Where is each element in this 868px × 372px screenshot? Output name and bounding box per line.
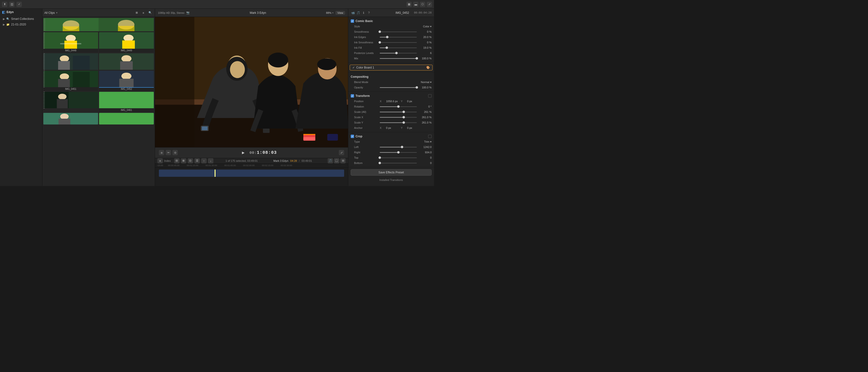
audio-btn-2[interactable]: 🎧: [334, 158, 339, 163]
scale-y-slider[interactable]: [380, 122, 417, 123]
viewer-bottom-bar: ≡ Index ⊟ ⊞ ⊡ ☰ ↑ ↓ 1 of 175 selected, 0…: [155, 158, 348, 163]
clip-nav-1[interactable]: ⊟: [174, 158, 180, 163]
clip-mode-btn[interactable]: ⧈: [159, 150, 164, 155]
comic-basic-section: ✓ Comic Basic Style Color ▾ Smoothness 0…: [348, 17, 434, 63]
timeline-track-main[interactable]: [159, 169, 344, 177]
clip-item-0448[interactable]: IMG_0448: [43, 32, 98, 52]
scale-x-thumb[interactable]: [403, 116, 405, 118]
clip-item-0451[interactable]: IMG_0451: [43, 71, 98, 91]
trim-btn[interactable]: ✂: [166, 150, 171, 155]
video-inspector-tab[interactable]: 📹: [351, 11, 355, 15]
smoothness-thumb[interactable]: [378, 31, 381, 33]
audio-btn-1[interactable]: 🎵: [328, 158, 333, 163]
crop-bottom-slider[interactable]: [380, 163, 417, 163]
clip-item-mid2[interactable]: [99, 53, 154, 70]
blend-mode-value[interactable]: Normal ▾: [421, 81, 432, 84]
scale-y-thumb[interactable]: [403, 121, 405, 124]
posterize-slider[interactable]: [380, 53, 417, 54]
rotation-slider[interactable]: [380, 106, 417, 107]
fullscreen-viewer-btn[interactable]: ⤢: [339, 150, 344, 155]
clip-item-0461-left[interactable]: [43, 92, 98, 112]
key-icon[interactable]: ⚿: [9, 2, 14, 7]
crop-left-slider[interactable]: [380, 147, 417, 148]
opacity-slider[interactable]: [380, 87, 417, 88]
crop-bottom-thumb[interactable]: [378, 162, 381, 164]
ink-edges-slider[interactable]: [380, 37, 417, 37]
transform-checkbox[interactable]: ✓: [351, 94, 354, 98]
crop-right-thumb[interactable]: [397, 151, 400, 154]
clip-up-arrow[interactable]: ↑: [201, 158, 207, 163]
list-view-btn[interactable]: ≡: [141, 10, 146, 16]
clip-item-0452[interactable]: IMG_0452: [99, 71, 154, 91]
rotation-thumb[interactable]: [397, 105, 400, 108]
ink-smoothness-slider[interactable]: [380, 42, 417, 43]
clip-item-0461[interactable]: IMG_0461: [99, 92, 154, 112]
scale-x-slider[interactable]: [380, 117, 417, 118]
info-inspector-tab[interactable]: ℹ: [361, 11, 366, 15]
scale-all-thumb[interactable]: [403, 111, 405, 113]
view-button[interactable]: View: [335, 11, 345, 15]
clip-item-mid1[interactable]: [43, 53, 98, 70]
crop-type-label: Type: [354, 140, 378, 143]
clip-item-bottom2[interactable]: [99, 113, 154, 124]
save-effects-preset-button[interactable]: Save Effects Preset: [351, 169, 432, 176]
clip-item-0449[interactable]: IMG_0449: [99, 32, 154, 52]
zoom-control[interactable]: 88% ▾: [326, 11, 334, 14]
crop-top-slider[interactable]: [380, 157, 417, 158]
check-icon[interactable]: ✓: [17, 2, 22, 7]
ink-smoothness-thumb[interactable]: [378, 41, 381, 43]
clip-down-arrow[interactable]: ↓: [208, 158, 213, 163]
sidebar-item-smart-collections[interactable]: ▶ 🔍 Smart Collections: [1, 16, 41, 22]
opacity-thumb[interactable]: [415, 86, 418, 89]
style-value[interactable]: Color ▾: [423, 25, 432, 28]
grid-view-btn[interactable]: ⊞: [134, 10, 139, 16]
audio-btn-3[interactable]: ⊟: [340, 158, 346, 163]
crop-top-thumb[interactable]: [378, 156, 381, 159]
svg-rect-23: [73, 72, 90, 87]
clip-nav-4[interactable]: ☰: [194, 158, 200, 163]
ink-edges-thumb[interactable]: [386, 36, 389, 38]
clip-nav-2[interactable]: ⊞: [181, 158, 186, 163]
color-board-checkbox[interactable]: ✓: [352, 66, 355, 69]
color-wheel-icon[interactable]: 🎨: [426, 66, 430, 69]
grid-icon-3[interactable]: ⬡: [420, 2, 425, 7]
scale-all-slider[interactable]: [380, 112, 417, 113]
sidebar-section-smart: ▶ 🔍 Smart Collections ▶ 📁 21-01-2020: [0, 16, 42, 28]
help-inspector-tab[interactable]: ?: [367, 11, 371, 15]
save-icon[interactable]: ⬆: [2, 2, 7, 7]
viewer-column: 1080p HD 30p, Stereo 📷 Mark 3 Edyn 88% ▾…: [155, 9, 348, 186]
grid-icon-1[interactable]: ▦: [406, 2, 412, 7]
comic-basic-checkbox[interactable]: ✓: [351, 20, 354, 23]
mix-thumb[interactable]: [415, 57, 418, 60]
ink-fill-thumb[interactable]: [385, 46, 388, 49]
date-folder-label: 21-01-2020: [11, 23, 26, 26]
sidebar-item-date-folder[interactable]: ▶ 📁 21-01-2020: [1, 22, 41, 27]
mix-slider[interactable]: [380, 58, 417, 59]
crop-right-slider[interactable]: [380, 152, 417, 153]
index-btn[interactable]: ≡: [157, 158, 163, 163]
crop-type-value[interactable]: Trim ▾: [424, 140, 432, 144]
clip-nav-3[interactable]: ⊡: [188, 158, 193, 163]
dropdown-arrow[interactable]: ▾: [56, 11, 57, 14]
transform-label: Transform: [355, 94, 370, 98]
ink-fill-label: Ink Fill: [354, 46, 378, 49]
play-button[interactable]: ▶: [240, 149, 247, 156]
clip-item[interactable]: [43, 18, 154, 31]
speed-btn[interactable]: ⊙: [173, 150, 178, 155]
fullscreen-icon[interactable]: ⤢: [427, 2, 432, 7]
ink-fill-slider[interactable]: [380, 48, 417, 48]
smoothness-slider[interactable]: [380, 31, 417, 32]
crop-left-thumb[interactable]: [401, 146, 403, 148]
param-scale-y: Scale Y 261.0 %: [348, 120, 434, 125]
search-btn[interactable]: 🔍: [148, 10, 153, 16]
svg-rect-30: [57, 99, 68, 108]
clip-item-bottom1[interactable]: [43, 113, 98, 124]
posterize-thumb[interactable]: [395, 52, 398, 54]
timeline-track-area[interactable]: [155, 167, 348, 182]
bottom-left-controls: ≡ Index ⊟ ⊞ ⊡ ☰ ↑ ↓: [157, 158, 223, 163]
svg-rect-22: [58, 79, 70, 87]
mix-label: Mix: [354, 57, 378, 60]
grid-icon-2[interactable]: ▬: [413, 2, 418, 7]
audio-inspector-tab[interactable]: 🎵: [356, 11, 361, 15]
crop-checkbox[interactable]: ✓: [351, 135, 354, 138]
